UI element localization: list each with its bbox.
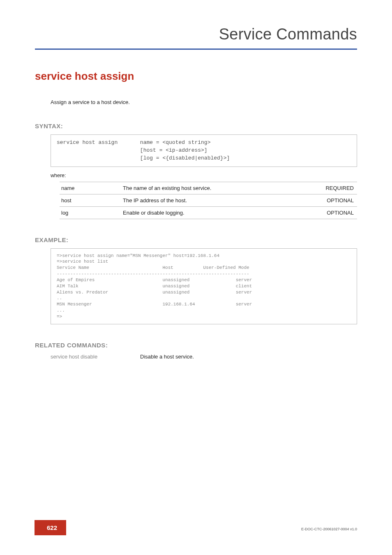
page-number-badge: 622	[35, 520, 66, 535]
param-name: log	[60, 206, 121, 219]
syntax-label: SYNTAX:	[35, 123, 357, 130]
related-command: service host disable	[51, 354, 116, 360]
header-rule	[35, 49, 357, 50]
table-row: log Enable or disable logging. OPTIONAL	[60, 206, 357, 219]
table-row: host The IP address of the host. OPTIONA…	[60, 194, 357, 206]
param-desc: The IP address of the host.	[121, 194, 312, 206]
content-area: service host assign Assign a service to …	[35, 70, 357, 360]
param-req: OPTIONAL	[312, 206, 357, 219]
param-req: REQUIRED	[312, 182, 357, 194]
param-table: name The name of an existing host servic…	[60, 182, 357, 219]
document-id: E-DOC-CTC-20061027-0004 v1.0	[301, 527, 357, 531]
related-row: service host disable Disable a host serv…	[51, 354, 357, 360]
example-box: =>service host assign name="MSN Messenge…	[51, 248, 357, 324]
param-desc: The name of an existing host service.	[121, 182, 312, 194]
header-title: Service Commands	[219, 25, 357, 43]
table-row: name The name of an existing host servic…	[60, 182, 357, 194]
param-desc: Enable or disable logging.	[121, 206, 312, 219]
param-req: OPTIONAL	[312, 194, 357, 206]
related-label: RELATED COMMANDS:	[35, 342, 357, 349]
related-description: Disable a host service.	[140, 354, 194, 360]
example-label: EXAMPLE:	[35, 236, 357, 243]
command-title: service host assign	[35, 70, 357, 83]
where-label: where:	[51, 173, 357, 178]
param-name: host	[60, 194, 121, 206]
syntax-box: service host assign name = <quoted strin…	[51, 134, 357, 167]
command-description: Assign a service to a host device.	[51, 99, 357, 105]
param-name: name	[60, 182, 121, 194]
